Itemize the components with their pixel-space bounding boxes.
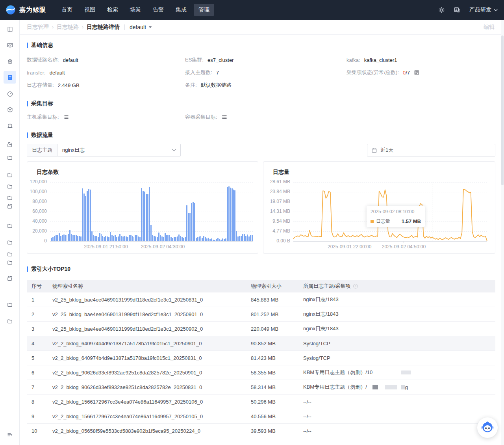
bar: [59, 233, 60, 241]
sidebar-item-folders-icon[interactable]: [4, 200, 16, 212]
sidebar-item-folders-icon[interactable]: [4, 272, 16, 285]
nav-item-1[interactable]: 首页: [57, 4, 77, 16]
bar: [157, 237, 158, 241]
cell-index-name: v2_2_bklog_1566172967cc3e4ea074e86a11649…: [52, 399, 251, 405]
sidebar-item-folder-icon[interactable]: [4, 169, 16, 181]
bar: [186, 205, 187, 241]
host-target-label: 主机采集目标:: [27, 114, 59, 121]
user-dropdown[interactable]: 产品研发: [469, 6, 498, 13]
settings-gear-icon[interactable]: [438, 7, 445, 13]
bar: [116, 237, 117, 241]
cell-no: 6: [27, 370, 52, 376]
sidebar-item-folder-icon[interactable]: [4, 298, 16, 311]
sidebar-item-folder-icon[interactable]: [4, 180, 16, 193]
sidebar-item-monitor-icon[interactable]: [4, 39, 16, 52]
cell-no: 5: [27, 355, 52, 361]
cell-topic: KBM专用日志主题（勿删）/g: [303, 384, 495, 391]
host-target: 主机采集目标:: [27, 112, 185, 122]
cell-index-name: v2_25_bklog_bae4ee04690131999df118ed2cf1…: [52, 297, 251, 303]
edit-button[interactable]: 编辑: [484, 24, 495, 31]
bar: [143, 191, 144, 241]
bar: [219, 239, 220, 241]
bar: [62, 235, 63, 241]
cell-index-size: 220.049 MB: [251, 326, 303, 332]
bar: [214, 240, 215, 241]
bar: [237, 236, 239, 241]
bar: [56, 235, 57, 241]
cell-no: 4: [27, 341, 52, 346]
user-dropdown-label: 产品研发: [469, 6, 491, 13]
breadcrumb: 日志管理 › 日志链路 › 日志链路详情 default 编辑: [20, 20, 504, 35]
bar: [197, 237, 198, 241]
basic-info-grid: 数据链路名称:defaultES集群:es7_clusterkafka:kafk…: [27, 54, 495, 91]
sidebar-item-cube-icon[interactable]: [4, 103, 16, 116]
app-window: 嘉为鲸眼 首页视图检索场景告警集成管理 产品研发: [0, 0, 504, 445]
cell-index-name: v2_2_bklog_05658f59e5533cd5883e902b1f5ec…: [52, 428, 251, 434]
info-field: 数据链路名称:default: [27, 54, 185, 66]
cell-topic: --/--: [303, 399, 495, 405]
bar: [165, 233, 166, 241]
divider: [124, 24, 125, 30]
bar: [180, 236, 181, 241]
nav-item-3[interactable]: 检索: [102, 4, 123, 16]
sidebar-item-book-icon[interactable]: [4, 23, 16, 35]
bar: [77, 236, 78, 241]
nav-item-5[interactable]: 告警: [148, 4, 169, 16]
time-range-picker[interactable]: 近1天: [367, 144, 495, 156]
info-field: 采集项状态(异常/总数):0/7: [346, 66, 495, 79]
log-topic-select[interactable]: 日志主题 nginx日志: [27, 144, 181, 156]
bar: [115, 235, 116, 241]
sidebar-item-folder-icon[interactable]: [4, 256, 16, 269]
sidebar-item-alarm-icon[interactable]: [4, 119, 16, 132]
y-axis-label: 0: [27, 238, 47, 244]
table-row: 6v2_2_bklog_90626d33ef8932ae9251c8da2825…: [27, 365, 495, 380]
sidebar-item-folder-icon[interactable]: [4, 315, 16, 328]
topic-text: --/--: [303, 399, 311, 405]
bar: [104, 237, 105, 241]
sidebar-item-folder-icon[interactable]: [4, 151, 16, 164]
bar-plot: [51, 182, 252, 241]
redacted-area: [401, 385, 405, 389]
bar: [69, 230, 70, 241]
assistant-robot-button[interactable]: [477, 417, 498, 438]
bar: [167, 235, 169, 241]
topic-text: KBM专用日志主题（勿删）/10: [303, 369, 372, 376]
field-value: 7: [216, 70, 219, 76]
bar: [230, 188, 231, 241]
bar: [182, 237, 183, 241]
tooltip-series-label: 日志量: [376, 218, 390, 225]
host-target-list-icon[interactable]: [63, 114, 69, 120]
redacted-area: [372, 385, 378, 389]
sidebar-item-document-icon[interactable]: [4, 71, 16, 84]
sidebar-item-folder-icon[interactable]: [4, 236, 16, 249]
container-target: 容器采集目标:: [185, 112, 495, 122]
scrollbar-thumb[interactable]: [501, 35, 504, 185]
table-row: 1v2_25_bklog_bae4ee04690131999df118ed2cf…: [27, 292, 495, 307]
collapse-sidebar-icon[interactable]: [4, 428, 16, 441]
nav-item-7[interactable]: 管理: [194, 4, 214, 16]
main-content: 日志管理 › 日志链路 › 日志链路详情 default 编辑 基础信息 数据链…: [20, 20, 504, 445]
sidebar-item-folder-icon[interactable]: [4, 220, 16, 232]
link-selector[interactable]: default: [130, 24, 152, 30]
bar: [160, 235, 161, 241]
chart-title: 日志量: [273, 169, 289, 176]
bar: [108, 237, 109, 241]
bar: [93, 235, 94, 241]
collect-status-detail-icon[interactable]: [414, 70, 419, 75]
chart-tooltip: 2025-09-02 08:10:00 日志量 1.57 MB: [367, 206, 425, 227]
nav-item-4[interactable]: 场景: [125, 4, 146, 16]
cell-index-size: 845.883 MB: [251, 297, 303, 303]
help-icon[interactable]: ?: [353, 283, 358, 289]
bar: [60, 236, 61, 241]
container-target-list-icon[interactable]: [221, 114, 228, 120]
sidebar-item-gauge-icon[interactable]: [4, 88, 16, 100]
nav-item-2[interactable]: 视图: [80, 4, 100, 16]
sidebar-item-camera-icon[interactable]: [4, 55, 16, 68]
breadcrumb-link-log-link[interactable]: 日志链路: [57, 24, 79, 31]
language-icon[interactable]: [454, 6, 461, 13]
breadcrumb-link-log-management[interactable]: 日志管理: [27, 24, 49, 31]
bar: [202, 238, 203, 241]
nav-item-6[interactable]: 集成: [171, 4, 191, 16]
y-axis-label: 19.07 MB: [263, 199, 290, 204]
sidebar-item-folders-icon[interactable]: [4, 138, 16, 151]
